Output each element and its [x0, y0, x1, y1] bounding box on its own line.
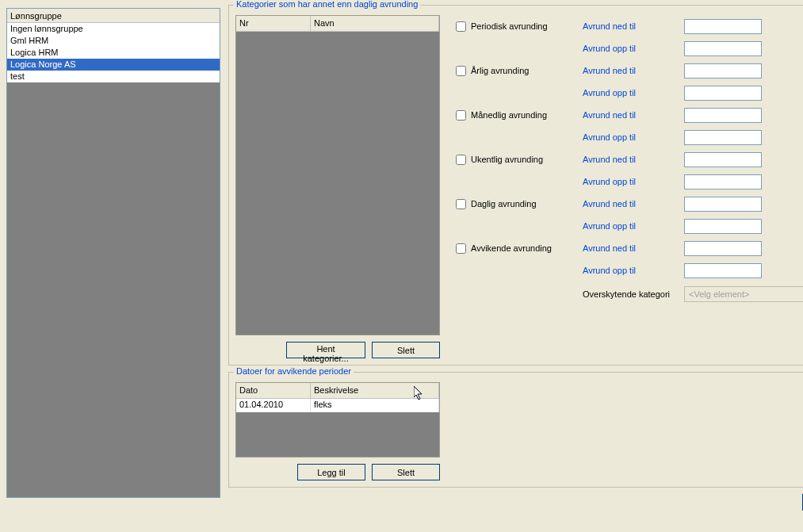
- list-item[interactable]: Ingen lønnsgruppe: [7, 23, 220, 35]
- round-down-input[interactable]: [684, 152, 762, 167]
- rounding-check-label: Periodisk avrunding: [471, 21, 548, 31]
- cell-dato: 01.04.2010: [236, 399, 311, 412]
- add-date-button[interactable]: Legg til: [297, 464, 365, 480]
- rounding-checkbox[interactable]: [456, 199, 466, 209]
- round-up-label: Avrund opp til: [583, 177, 684, 186]
- round-up-input[interactable]: [684, 41, 762, 56]
- rounding-check-label: Ukentlig avrunding: [471, 155, 543, 164]
- rounding-checkbox[interactable]: [456, 243, 466, 254]
- round-up-label: Avrund opp til: [583, 88, 684, 98]
- rounding-checkbox[interactable]: [456, 66, 466, 76]
- round-up-input[interactable]: [684, 263, 762, 278]
- rounding-checkbox[interactable]: [456, 21, 466, 32]
- dropdown-placeholder: <Velg element>: [689, 289, 749, 299]
- dates-grid[interactable]: Dato Beskrivelse 01.04.2010fleks: [235, 382, 440, 457]
- round-up-label: Avrund opp til: [583, 266, 684, 275]
- round-up-label: Avrund opp til: [583, 132, 684, 142]
- salary-group-listbox[interactable]: Lønnsgruppe Ingen lønnsgruppeGml HRMLogi…: [6, 8, 220, 498]
- delete-category-button[interactable]: Slett: [372, 342, 440, 358]
- round-up-input[interactable]: [684, 130, 762, 145]
- dates-legend: Datoer for avvikende perioder: [234, 366, 354, 376]
- list-item[interactable]: test: [7, 71, 220, 82]
- round-down-label: Avrund ned til: [583, 110, 684, 120]
- categories-legend: Kategorier som har annet enn daglig avru…: [234, 0, 420, 9]
- round-down-input[interactable]: [684, 241, 762, 256]
- rounding-check-label: Daglig avrunding: [471, 199, 537, 209]
- grid-col-dato[interactable]: Dato: [236, 383, 311, 399]
- list-item[interactable]: Logica HRM: [7, 47, 220, 59]
- rounding-check-label: Månedlig avrunding: [471, 110, 547, 120]
- round-up-label: Avrund opp til: [583, 221, 684, 231]
- grid-col-navn[interactable]: Navn: [311, 16, 439, 32]
- rounding-checkbox[interactable]: [456, 110, 466, 121]
- round-down-input[interactable]: [684, 108, 762, 123]
- rounding-checkbox[interactable]: [456, 155, 466, 165]
- round-up-input[interactable]: [684, 219, 762, 234]
- dates-fieldset: Datoer for avvikende perioder Dato Beskr…: [228, 372, 803, 488]
- rounding-check-label: Årlig avrunding: [471, 66, 529, 75]
- overskyt-label: Overskytende kategori: [583, 289, 684, 299]
- overskyt-dropdown[interactable]: <Velg element>⌄: [684, 286, 803, 302]
- delete-date-button[interactable]: Slett: [372, 464, 440, 480]
- round-down-label: Avrund ned til: [583, 66, 684, 75]
- rounding-check-label: Avvikende avrunding: [471, 243, 552, 253]
- round-down-label: Avrund ned til: [583, 243, 684, 253]
- grid-col-nr[interactable]: Nr: [236, 16, 311, 32]
- round-down-label: Avrund ned til: [583, 21, 684, 31]
- fetch-categories-button[interactable]: Hent kategorier...: [286, 342, 365, 358]
- categories-fieldset: Kategorier som har annet enn daglig avru…: [228, 5, 803, 366]
- list-item[interactable]: Logica Norge AS: [7, 59, 220, 71]
- cell-beskrivelse: fleks: [311, 399, 439, 412]
- round-down-label: Avrund ned til: [583, 199, 684, 209]
- round-up-input[interactable]: [684, 174, 762, 189]
- list-item[interactable]: Gml HRM: [7, 35, 220, 47]
- round-up-input[interactable]: [684, 86, 762, 101]
- grid-col-beskrivelse[interactable]: Beskrivelse: [311, 383, 439, 399]
- round-down-input[interactable]: [684, 19, 762, 34]
- round-down-label: Avrund ned til: [583, 155, 684, 164]
- round-up-label: Avrund opp til: [583, 44, 684, 53]
- round-down-input[interactable]: [684, 63, 762, 78]
- categories-grid[interactable]: Nr Navn: [235, 15, 440, 335]
- round-down-input[interactable]: [684, 197, 762, 212]
- table-row[interactable]: 01.04.2010fleks: [236, 399, 439, 412]
- listbox-header: Lønnsgruppe: [7, 9, 220, 23]
